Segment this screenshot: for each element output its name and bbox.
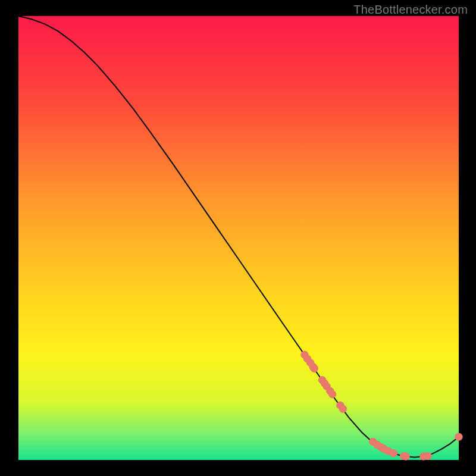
data-point bbox=[455, 433, 462, 440]
data-point bbox=[402, 453, 409, 460]
data-point bbox=[424, 452, 431, 459]
data-point bbox=[311, 365, 318, 372]
data-point bbox=[328, 390, 336, 397]
watermark-text: TheBottlenecker.com bbox=[353, 3, 468, 17]
data-point bbox=[390, 450, 397, 457]
chart-container: TheBottlenecker.com bbox=[0, 0, 476, 476]
chart-svg-overlay bbox=[0, 0, 476, 476]
data-point bbox=[339, 405, 346, 412]
data-point-markers bbox=[301, 351, 462, 460]
bottleneck-curve bbox=[18, 16, 459, 458]
